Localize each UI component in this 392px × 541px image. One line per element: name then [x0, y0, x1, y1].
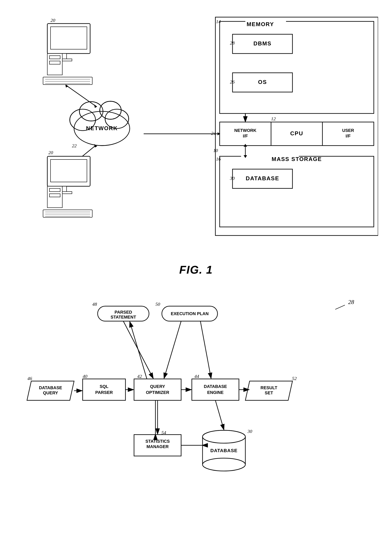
- svg-rect-47: [51, 160, 87, 182]
- svg-rect-103: [134, 379, 181, 400]
- svg-text:16: 16: [216, 156, 221, 162]
- svg-text:NETWORK: NETWORK: [234, 128, 256, 133]
- svg-text:12: 12: [271, 116, 276, 121]
- svg-text:SQL: SQL: [99, 384, 108, 389]
- svg-text:20: 20: [51, 18, 55, 23]
- svg-text:40: 40: [83, 374, 87, 379]
- svg-text:30: 30: [247, 429, 252, 434]
- svg-text:26: 26: [230, 79, 235, 85]
- svg-point-19: [70, 109, 95, 130]
- fig1-title: FIG. 1: [179, 263, 213, 276]
- svg-rect-52: [49, 194, 60, 197]
- svg-text:OPTIMIZER: OPTIMIZER: [146, 390, 169, 395]
- svg-point-26: [105, 109, 129, 129]
- svg-rect-50: [47, 186, 62, 208]
- svg-rect-53: [43, 210, 92, 217]
- fig2-diagram: 28 PARSED STATEMENT 48 EXECUTION PLAN 50…: [14, 289, 378, 541]
- svg-point-24: [74, 111, 130, 146]
- svg-text:42: 42: [137, 374, 142, 379]
- svg-line-134: [130, 322, 147, 379]
- svg-rect-23: [74, 124, 134, 143]
- svg-point-25: [70, 109, 95, 130]
- svg-text:44: 44: [194, 374, 199, 379]
- svg-rect-46: [47, 156, 90, 186]
- svg-text:52: 52: [292, 376, 297, 381]
- svg-line-29: [67, 86, 95, 106]
- svg-text:24: 24: [211, 130, 216, 136]
- svg-rect-5: [220, 122, 374, 146]
- page: MEMORY 14 DBMS 28 OS 26 12 NETWORK I/F C…: [0, 0, 392, 541]
- svg-line-87: [335, 305, 345, 309]
- svg-point-123: [203, 458, 245, 471]
- svg-rect-35: [47, 24, 90, 53]
- svg-text:DATABASE: DATABASE: [204, 384, 227, 389]
- svg-text:I/F: I/F: [345, 134, 350, 138]
- svg-rect-2: [245, 20, 286, 24]
- svg-rect-49: [57, 192, 72, 194]
- svg-text:QUERY: QUERY: [43, 390, 58, 395]
- svg-text:NETWORK: NETWORK: [86, 125, 118, 131]
- svg-point-20: [105, 109, 129, 129]
- svg-marker-17: [218, 132, 220, 135]
- svg-rect-8: [220, 156, 374, 227]
- svg-marker-95: [27, 381, 74, 400]
- svg-text:CPU: CPU: [290, 130, 303, 137]
- svg-point-18: [74, 111, 130, 146]
- svg-text:48: 48: [92, 302, 97, 307]
- svg-point-28: [100, 101, 121, 119]
- svg-point-124: [203, 430, 245, 443]
- svg-text:OS: OS: [258, 79, 267, 85]
- svg-text:20: 20: [48, 150, 53, 155]
- svg-text:STATEMENT: STATEMENT: [110, 315, 136, 319]
- svg-rect-40: [49, 56, 60, 59]
- fig1-diagram: MEMORY 14 DBMS 28 OS 26 12 NETWORK I/F C…: [14, 13, 378, 259]
- svg-marker-30: [94, 104, 97, 108]
- svg-rect-88: [98, 306, 149, 321]
- svg-text:RESULT: RESULT: [260, 385, 277, 390]
- svg-text:DATABASE: DATABASE: [210, 448, 237, 453]
- svg-text:PARSED: PARSED: [115, 310, 132, 314]
- svg-text:DATABASE: DATABASE: [39, 385, 62, 390]
- svg-text:30: 30: [230, 176, 235, 181]
- svg-text:ENGINE: ENGINE: [207, 390, 224, 395]
- svg-rect-0: [215, 17, 378, 235]
- svg-text:QUERY: QUERY: [150, 384, 165, 389]
- svg-rect-9: [241, 155, 299, 158]
- svg-text:22: 22: [72, 143, 77, 148]
- svg-text:28: 28: [230, 40, 235, 46]
- svg-text:I/F: I/F: [243, 134, 248, 138]
- svg-rect-4: [232, 73, 293, 92]
- svg-rect-36: [51, 27, 87, 49]
- svg-rect-115: [134, 435, 181, 456]
- svg-text:MEMORY: MEMORY: [246, 21, 274, 27]
- svg-rect-42: [43, 77, 92, 85]
- svg-rect-10: [232, 169, 293, 188]
- svg-point-21: [79, 102, 103, 121]
- svg-rect-3: [232, 34, 293, 53]
- svg-text:EXECUTION PLAN: EXECUTION PLAN: [171, 311, 209, 316]
- svg-rect-92: [162, 306, 218, 321]
- svg-line-138: [215, 400, 224, 430]
- svg-point-119: [203, 430, 245, 443]
- svg-text:MASS STORAGE: MASS STORAGE: [272, 156, 322, 162]
- svg-text:MANAGER: MANAGER: [146, 444, 169, 449]
- svg-marker-31: [65, 84, 68, 88]
- svg-text:46: 46: [27, 376, 32, 381]
- svg-point-27: [79, 102, 103, 121]
- svg-line-131: [123, 321, 153, 379]
- svg-text:STATISTICS: STATISTICS: [145, 439, 170, 444]
- svg-rect-39: [47, 53, 62, 75]
- svg-text:DATABASE: DATABASE: [246, 175, 279, 182]
- svg-rect-37: [62, 53, 67, 59]
- svg-marker-111: [245, 381, 293, 400]
- svg-rect-48: [62, 186, 67, 192]
- svg-rect-38: [57, 59, 72, 61]
- svg-text:DBMS: DBMS: [253, 40, 272, 47]
- svg-rect-99: [83, 379, 125, 400]
- svg-marker-14: [244, 155, 247, 158]
- svg-rect-120: [203, 437, 245, 465]
- svg-point-22: [100, 101, 121, 119]
- svg-text:USER: USER: [342, 128, 354, 133]
- svg-rect-107: [192, 379, 239, 400]
- svg-text:14: 14: [216, 19, 221, 24]
